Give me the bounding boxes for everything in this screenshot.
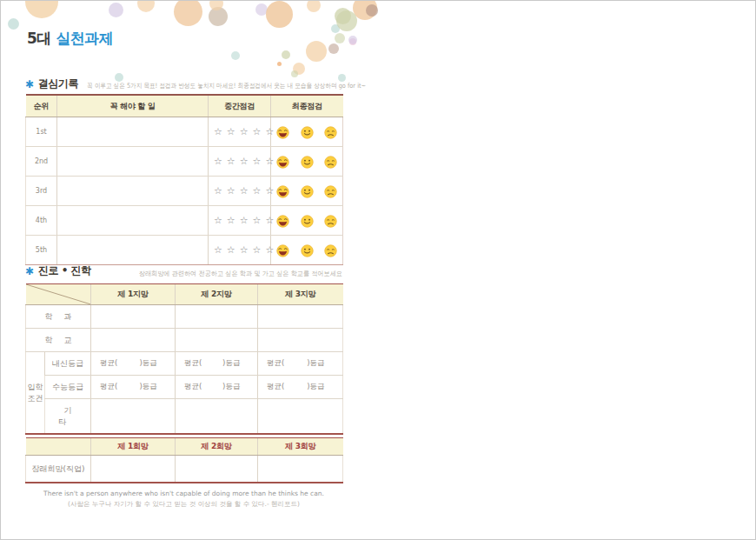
laughing-face-icon[interactable] [276, 156, 289, 169]
col-header-hope3: 제 3희망 [258, 438, 343, 456]
quote-korean: (사람은 누구나 자기가 할 수 있다고 믿는 것 이상의 것을 할 수 있다.… [25, 500, 342, 509]
naesin-grade-cell[interactable]: 평균()등급 [91, 352, 176, 376]
sad-face-icon[interactable] [324, 185, 337, 198]
decor-bubble [137, 0, 155, 12]
final-check-emoji-set[interactable] [271, 177, 343, 206]
todo-cell[interactable] [57, 117, 209, 147]
laughing-face-icon[interactable] [276, 215, 289, 228]
final-check-emoji-set[interactable] [271, 147, 343, 177]
table-row-suneung: 수능등급 평균()등급 평균()등급 평균()등급 [26, 376, 343, 399]
decor-bubble [266, 1, 293, 28]
career-header-row: 제 1지망 제 2지망 제 3지망 [26, 284, 343, 305]
rank-label: 5th [26, 236, 57, 265]
col-header-choice1: 제 1지망 [91, 284, 176, 305]
star-rating[interactable]: ☆☆☆☆☆ [209, 147, 271, 177]
decor-bubble [335, 33, 345, 43]
school-cell[interactable] [91, 329, 176, 352]
col-header-finalcheck: 최종점검 [271, 95, 343, 117]
decor-bubble [307, 0, 321, 12]
final-check-emoji-set[interactable] [271, 236, 343, 265]
decor-bubble [338, 74, 346, 82]
decor-bubble [282, 50, 290, 59]
asterisk-icon: ✱ [25, 78, 34, 90]
table-row: 5th ☆☆☆☆☆ [26, 236, 343, 265]
laughing-face-icon[interactable] [276, 185, 289, 198]
future-hope-cell[interactable] [258, 456, 343, 483]
star-rating[interactable]: ☆☆☆☆☆ [209, 206, 271, 236]
table-row-school: 학교 [26, 329, 343, 352]
star-rating[interactable]: ☆☆☆☆☆ [209, 177, 271, 206]
table-row: 1st ☆☆☆☆☆ [26, 117, 343, 147]
decor-bubble [291, 70, 298, 77]
decor-bubble [231, 51, 240, 60]
diagonal-line [26, 284, 91, 304]
col-header-hope1: 제 1희망 [91, 438, 176, 456]
rank-label: 1st [26, 117, 57, 147]
star-rating[interactable]: ☆☆☆☆☆ [209, 117, 271, 147]
hope-table: 제 1희망 제 2희망 제 3희망 장래희망(직업) [25, 437, 343, 483]
avg-suffix: )등급 [307, 358, 324, 369]
avg-prefix: 평균( [100, 382, 117, 392]
naesin-grade-cell[interactable]: 평균()등급 [258, 352, 343, 376]
suneung-grade-cell[interactable]: 평균()등급 [176, 376, 258, 399]
decor-bubble [174, 0, 202, 26]
todo-cell[interactable] [57, 147, 209, 177]
todo-cell[interactable] [57, 236, 209, 265]
resolution-header-row: 순위 꼭 해야 할 일 중간점검 최종점검 [26, 95, 343, 117]
star-rating[interactable]: ☆☆☆☆☆ [209, 236, 271, 265]
col-header-hope2: 제 2희망 [176, 438, 258, 456]
department-cell[interactable] [258, 305, 343, 329]
final-check-emoji-set[interactable] [271, 117, 343, 147]
avg-prefix: 평균( [267, 382, 284, 392]
smiling-face-icon[interactable] [301, 156, 314, 169]
naesin-grade-cell[interactable]: 평균()등급 [176, 352, 258, 376]
page-title-main: 실천과제 [56, 30, 113, 47]
table-row-naesin: 입학 조건 내신등급 평균()등급 평균()등급 평균()등급 [26, 352, 343, 376]
col-header-choice3: 제 3지망 [258, 284, 343, 305]
final-check-emoji-set[interactable] [271, 206, 343, 236]
avg-suffix: )등급 [222, 358, 240, 369]
avg-suffix: )등급 [139, 358, 156, 369]
col-header-todo: 꼭 해야 할 일 [57, 95, 209, 117]
section-resolution-title: 결심기록 [38, 77, 78, 91]
department-cell[interactable] [176, 305, 258, 329]
sad-face-icon[interactable] [324, 244, 337, 257]
rank-label: 2nd [26, 147, 57, 177]
future-hope-cell[interactable] [176, 456, 258, 483]
department-cell[interactable] [91, 305, 176, 329]
school-cell[interactable] [176, 329, 258, 352]
school-cell[interactable] [258, 329, 343, 352]
decor-bubble [8, 18, 19, 30]
etc-cell[interactable] [91, 399, 176, 435]
etc-cell[interactable] [176, 399, 258, 435]
suneung-grade-cell[interactable]: 평균()등급 [91, 376, 176, 399]
section-resolution-header: ✱ 결심기록 [25, 77, 78, 91]
decor-bubble [277, 62, 282, 66]
todo-cell[interactable] [57, 177, 209, 206]
laughing-face-icon[interactable] [276, 126, 289, 139]
school-label: 학교 [26, 329, 91, 352]
sad-face-icon[interactable] [324, 156, 337, 169]
smiling-face-icon[interactable] [301, 126, 314, 139]
table-row-etc: 기타 [26, 399, 343, 435]
future-hope-cell[interactable] [91, 456, 176, 483]
avg-prefix: 평균( [267, 358, 284, 369]
section-resolution-description: 꼭 이루고 싶은 5가지 목표! 점검과 반성도 놓치지 마세요! 최종점검에서… [87, 82, 366, 90]
smiling-face-icon[interactable] [301, 215, 314, 228]
asterisk-icon: ✱ [25, 265, 34, 277]
decor-bubble [336, 10, 357, 31]
hope-header-empty [26, 438, 91, 456]
todo-cell[interactable] [57, 206, 209, 236]
bottom-quote: There isn't a person anywhere who isn't … [25, 490, 342, 509]
smiling-face-icon[interactable] [301, 185, 314, 198]
decor-bubble [348, 36, 357, 44]
etc-cell[interactable] [258, 399, 343, 435]
col-header-rank: 순위 [26, 95, 57, 117]
smiling-face-icon[interactable] [301, 244, 314, 257]
page-title: 5대 실천과제 [27, 29, 113, 49]
decor-bubble [366, 4, 378, 17]
suneung-grade-cell[interactable]: 평균()등급 [258, 376, 343, 399]
sad-face-icon[interactable] [324, 126, 337, 139]
laughing-face-icon[interactable] [276, 244, 289, 257]
sad-face-icon[interactable] [324, 215, 337, 228]
